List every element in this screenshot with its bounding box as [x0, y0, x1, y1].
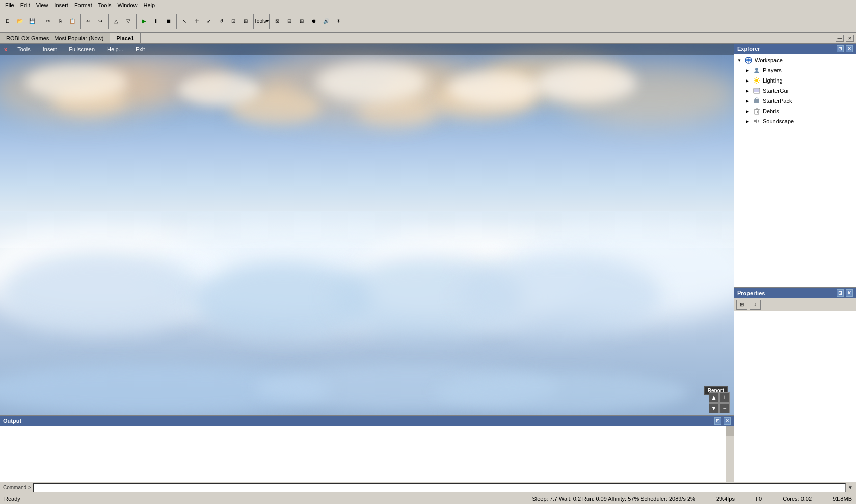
explorer-title: Explorer: [737, 46, 760, 52]
command-arrow[interactable]: ▼: [848, 485, 853, 490]
output-float[interactable]: ⊡: [714, 417, 721, 425]
tb-undo[interactable]: ↩: [83, 16, 94, 27]
viewport-container: x Tools Insert Fullscreen Help... Exit: [0, 44, 734, 482]
tb-down[interactable]: ▽: [123, 16, 134, 27]
soundscape-icon: [753, 117, 761, 125]
tb-rotate[interactable]: ↺: [216, 16, 227, 27]
explorer-float[interactable]: ⊡: [837, 45, 844, 52]
properties-float[interactable]: ⊡: [837, 289, 844, 297]
explorer-workspace[interactable]: ▼ Workspace: [734, 55, 856, 65]
menu-help[interactable]: Help: [141, 1, 158, 9]
lighting-label: Lighting: [763, 77, 783, 84]
status-sep3: [772, 495, 772, 502]
tb-up[interactable]: △: [111, 16, 122, 27]
tabbar-min[interactable]: —: [836, 35, 844, 42]
sep1: [40, 14, 40, 29]
status-sep1: [706, 495, 706, 502]
tb-record[interactable]: ⏺: [308, 16, 319, 27]
ingame-tools[interactable]: Tools: [15, 45, 33, 54]
tab-place1[interactable]: Place1: [110, 33, 141, 43]
tb-open[interactable]: 📂: [14, 16, 25, 27]
starterpack-label: StarterPack: [763, 98, 792, 104]
properties-close[interactable]: ✕: [846, 289, 853, 297]
ingame-help[interactable]: Help...: [105, 45, 125, 54]
menu-file[interactable]: File: [2, 1, 17, 9]
debris-label: Debris: [763, 108, 779, 114]
tb-stop[interactable]: ⏹: [163, 16, 174, 27]
workspace-label: Workspace: [755, 57, 783, 63]
sep5: [176, 14, 177, 29]
menu-window[interactable]: Window: [114, 1, 140, 9]
viewport[interactable]: x Tools Insert Fullscreen Help... Exit: [0, 44, 734, 415]
ingame-exit[interactable]: Exit: [133, 45, 147, 54]
tb-play[interactable]: ▶: [139, 16, 150, 27]
explorer-panel: Explorer ⊡ ✕ ▼ Wo: [734, 44, 856, 288]
tb-new[interactable]: 🗋: [2, 16, 13, 27]
tb-cut[interactable]: ✂: [42, 16, 54, 27]
starterpack-arrow: ▶: [744, 98, 751, 104]
svg-line-11: [755, 82, 756, 83]
nav-minus[interactable]: −: [719, 403, 730, 413]
output-title: Output: [3, 418, 21, 424]
svg-line-9: [758, 82, 759, 83]
props-grid-btn[interactable]: ⊞: [736, 300, 747, 310]
status-sep2: [745, 495, 745, 502]
output-close[interactable]: ✕: [724, 417, 731, 425]
startergui-icon: [753, 87, 761, 95]
tb-copy[interactable]: ⎘: [55, 16, 66, 27]
explorer-lighting[interactable]: ▶ Light: [742, 75, 856, 86]
explorer-soundscape[interactable]: ▶ Soundscape: [742, 116, 856, 126]
status-sep4: [822, 495, 822, 502]
tb-paste[interactable]: 📋: [67, 16, 78, 27]
explorer-content: ▼ Workspace ▶: [734, 54, 856, 287]
menu-format[interactable]: Format: [71, 1, 95, 9]
menu-edit[interactable]: Edit: [17, 1, 33, 9]
toolbar: 🗋 📂 💾 ✂ ⎘ 📋 ↩ ↪ △ ▽ ▶ ⏸ ⏹ ↖ ✛ ⤢ ↺ ⊡ ⊞ To…: [0, 10, 856, 33]
command-input[interactable]: [33, 483, 846, 492]
tb-team-test[interactable]: ⊞: [296, 16, 307, 27]
explorer-startergui[interactable]: ▶ StarterGui: [742, 86, 856, 96]
nav-down[interactable]: ▼: [709, 403, 719, 413]
tb-lighting[interactable]: ☀: [333, 16, 344, 27]
explorer-header: Explorer ⊡ ✕: [734, 44, 856, 54]
output-scrollbar[interactable]: [726, 426, 734, 482]
explorer-close[interactable]: ✕: [846, 45, 853, 52]
lighting-icon: [753, 76, 761, 85]
tb-audio[interactable]: 🔊: [320, 16, 332, 27]
workspace-arrow: ▼: [736, 57, 742, 63]
ingame-close[interactable]: x: [4, 46, 7, 52]
nav-up[interactable]: ▲: [709, 392, 719, 403]
menu-insert[interactable]: Insert: [51, 1, 71, 9]
statusbar: Ready Sleep: 7.7 Wait: 0.2 Run: 0.09 Aff…: [0, 493, 856, 504]
status-memory: 91.8MB: [833, 496, 852, 502]
properties-panel: Properties ⊡ ✕ ⊞ ↕: [734, 288, 856, 482]
workspace-icon: [744, 56, 753, 64]
tb-save[interactable]: 💾: [26, 16, 38, 27]
menu-view[interactable]: View: [33, 1, 51, 9]
tb-scale[interactable]: ⤢: [203, 16, 215, 27]
tb-tools-drop[interactable]: Tools▾: [256, 16, 267, 27]
menu-tools[interactable]: Tools: [95, 1, 115, 9]
tb-grid[interactable]: ⊟: [284, 16, 295, 27]
tb-pause[interactable]: ⏸: [151, 16, 162, 27]
explorer-players[interactable]: ▶ Players: [742, 65, 856, 75]
tb-snap[interactable]: ⊡: [228, 16, 239, 27]
tb-move[interactable]: ✛: [191, 16, 202, 27]
svg-point-2: [755, 68, 758, 71]
nav-buttons: ▲ + ▼ −: [709, 392, 730, 413]
tabbar-close[interactable]: ✕: [846, 35, 854, 42]
svg-line-10: [758, 78, 759, 79]
explorer-starterpack[interactable]: ▶ StarterPack: [742, 96, 856, 106]
nav-plus[interactable]: +: [719, 392, 730, 403]
sep7: [269, 14, 270, 29]
tb-redo[interactable]: ↪: [95, 16, 106, 27]
props-sort-btn[interactable]: ↕: [750, 300, 761, 310]
tb-zoom-select[interactable]: ⊠: [272, 16, 283, 27]
tb-collide[interactable]: ⊞: [240, 16, 251, 27]
ingame-fullscreen[interactable]: Fullscreen: [67, 45, 97, 54]
tb-select[interactable]: ↖: [179, 16, 190, 27]
explorer-debris[interactable]: ▶ Debris: [742, 106, 856, 116]
ingame-insert[interactable]: Insert: [41, 45, 59, 54]
soundscape-label: Soundscape: [763, 118, 794, 124]
status-time: t 0: [756, 496, 762, 502]
